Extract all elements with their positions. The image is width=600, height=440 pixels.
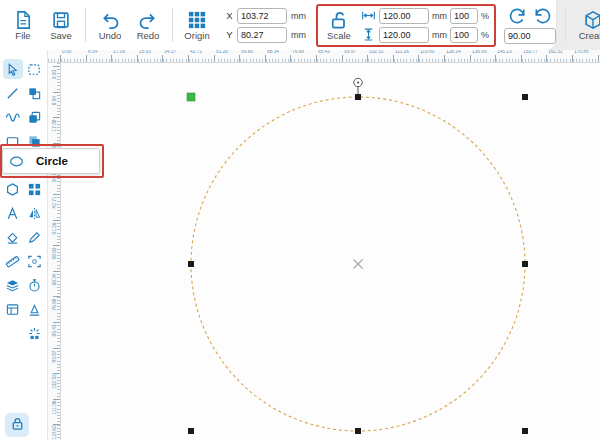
ruler-label: 119.60	[420, 50, 434, 54]
origin-grid-icon	[187, 10, 207, 30]
x-position-input[interactable]	[237, 8, 287, 24]
ruler-label: 153.77	[523, 50, 538, 54]
shape-combine-tool[interactable]	[25, 83, 45, 103]
ruler-label: 17.09	[51, 116, 56, 135]
redo-icon	[138, 10, 158, 30]
file-icon	[13, 10, 33, 30]
mirror-tool[interactable]	[25, 203, 45, 223]
width-input[interactable]	[379, 8, 429, 24]
tool-row	[0, 105, 47, 129]
toolbar-separator	[172, 8, 173, 42]
handle-bottom-center[interactable]	[355, 428, 361, 434]
polygon-tool[interactable]	[3, 179, 23, 199]
x-label: X	[226, 10, 233, 21]
create-button[interactable]: Create	[571, 10, 600, 41]
eraser-tool[interactable]	[3, 227, 23, 247]
ruler-label: 8.54	[88, 50, 97, 54]
rotate-ccw-button[interactable]	[507, 6, 527, 26]
save-label: Save	[50, 31, 72, 41]
handle-bottom-right[interactable]	[522, 428, 528, 434]
emboss-tool[interactable]	[25, 299, 45, 319]
height-arrow-icon	[361, 27, 376, 42]
create-label: Create	[579, 31, 600, 41]
frame-tool[interactable]	[25, 251, 45, 271]
tool-row	[0, 201, 47, 225]
ruler-label: 85.43	[318, 50, 330, 54]
ruler-label: 51.26	[216, 50, 228, 54]
x-unit: mm	[291, 11, 306, 21]
handle-top-right[interactable]	[522, 94, 528, 100]
ruler-label: 25.63	[139, 50, 151, 54]
ruler-label: 85.43	[51, 321, 56, 340]
ruler-label: 76.89	[51, 295, 56, 314]
marquee-select-tool[interactable]	[25, 59, 45, 79]
tool-palette	[0, 50, 48, 440]
ruler-label: 136.69	[472, 50, 487, 54]
undo-label: Undo	[99, 31, 122, 41]
start-point-marker[interactable]	[187, 93, 195, 101]
top-toolbar: File Save Undo Redo Origin X mm Y mm Sca…	[0, 0, 556, 50]
redo-button[interactable]: Redo	[129, 10, 167, 41]
ruler-label: 93.97	[344, 50, 356, 54]
line-tool[interactable]	[3, 83, 23, 103]
array-tool[interactable]	[25, 179, 45, 199]
height-percent-input[interactable]	[450, 27, 478, 43]
ruler-label: 145.23	[497, 50, 512, 54]
ellipse-icon[interactable]	[9, 154, 24, 169]
vertical-ruler: 0.008.5417.0925.6334.1742.7151.2659.8068…	[48, 63, 61, 440]
percent-sign: %	[481, 30, 489, 40]
ruler-label: 68.34	[51, 270, 56, 289]
file-button[interactable]: File	[4, 10, 42, 41]
width-percent-input[interactable]	[450, 8, 478, 24]
handle-mid-right[interactable]	[522, 261, 528, 267]
origin-button[interactable]: Origin	[178, 10, 216, 41]
file-label: File	[15, 31, 30, 41]
select-tool[interactable]	[3, 59, 23, 79]
measure-tool[interactable]	[3, 251, 23, 271]
create-cube-icon	[583, 10, 600, 30]
layers-tool[interactable]	[3, 275, 23, 295]
height-unit: mm	[432, 30, 447, 40]
position-group: X mm Y mm	[226, 8, 306, 43]
rotation-handle[interactable]	[354, 78, 362, 94]
tool-row	[0, 273, 47, 297]
table-tool[interactable]	[3, 299, 23, 319]
ruler-label: 59.80	[51, 244, 56, 263]
origin-label: Origin	[184, 31, 209, 41]
undo-icon	[100, 10, 120, 30]
handle-mid-left[interactable]	[188, 261, 194, 267]
scale-lock-button[interactable]: Scale	[323, 10, 355, 41]
ruler-label: 34.17	[164, 50, 176, 54]
pen-tool[interactable]	[25, 227, 45, 247]
ruler-label: 8.54	[51, 90, 56, 109]
rotation-angle-input[interactable]	[504, 28, 556, 44]
duplicate-tool[interactable]	[25, 107, 45, 127]
undo-button[interactable]: Undo	[91, 10, 129, 41]
ruler-label: 93.97	[51, 346, 56, 365]
lock-canvas-button[interactable]	[5, 413, 29, 437]
text-tool[interactable]	[3, 203, 23, 223]
y-position-input[interactable]	[237, 27, 287, 43]
scale-group-highlighted: Scale mm % mm %	[316, 4, 496, 47]
ruler-label: 76.89	[292, 50, 304, 54]
curve-tool[interactable]	[3, 107, 23, 127]
ruler-label: 51.26	[51, 218, 56, 237]
circle-tool-tooltip: Circle	[2, 148, 100, 174]
laser-position-tool[interactable]	[25, 323, 45, 343]
width-unit: mm	[432, 11, 447, 21]
height-input[interactable]	[379, 27, 429, 43]
center-mark	[354, 260, 363, 269]
timer-tool[interactable]	[25, 275, 45, 295]
percent-sign: %	[481, 11, 489, 21]
handle-top-center[interactable]	[355, 94, 361, 100]
tool-row	[0, 297, 47, 321]
circle-tool-label: Circle	[36, 155, 68, 167]
handle-bottom-left[interactable]	[188, 428, 194, 434]
ruler-label: 162.32	[548, 50, 563, 54]
ruler-label: 42.71	[51, 193, 56, 212]
ruler-label: 0.00	[51, 65, 56, 84]
design-canvas[interactable]	[61, 63, 600, 440]
toolbar-separator	[565, 8, 566, 42]
rotate-cw-button[interactable]	[533, 6, 553, 26]
save-button[interactable]: Save	[42, 10, 80, 41]
